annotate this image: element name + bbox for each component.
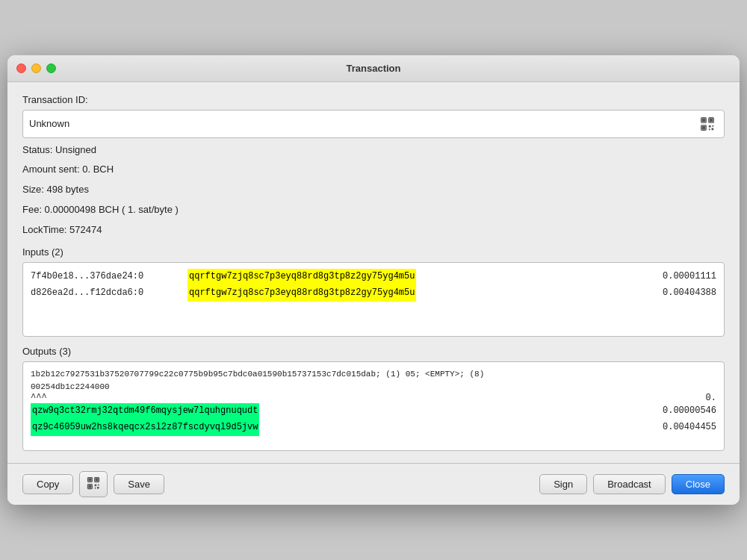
svg-rect-7	[712, 125, 713, 126]
output-raw-line1: 1b2b12c7927531b37520707799c22c0775b9b95c…	[31, 368, 716, 381]
status-line: Status: Unsigned	[22, 143, 725, 158]
svg-rect-6	[709, 125, 711, 127]
output-amount-0: 0.00000546	[649, 403, 716, 420]
inputs-title: Inputs (2)	[22, 246, 725, 258]
outputs-box: 1b2b12c7927531b37520707799c22c0775b9b95c…	[22, 361, 725, 451]
inputs-box: 7f4b0e18...376dae24:0 qqrftgw7zjq8sc7p3e…	[22, 262, 725, 337]
fee-line: Fee: 0.00000498 BCH ( 1. sat/byte )	[22, 202, 725, 218]
svg-rect-8	[709, 128, 710, 130]
svg-rect-5	[702, 125, 706, 129]
svg-rect-15	[89, 485, 92, 488]
size-line: Size: 498 bytes	[22, 182, 725, 198]
txid-qr-button[interactable]	[697, 113, 718, 134]
svg-rect-19	[97, 487, 99, 489]
svg-rect-18	[95, 488, 96, 489]
svg-rect-16	[95, 485, 97, 487]
txid-label: Transaction ID:	[22, 94, 725, 105]
output-dest-0: qzw9q3ct32rmj32qtdm49f6mqysjew7lquhgnuqu…	[31, 403, 259, 420]
qr-button[interactable]	[79, 471, 108, 497]
input-addr-0: 7f4b0e18...376dae24:0	[31, 269, 180, 285]
svg-rect-1	[702, 118, 706, 122]
broadcast-button[interactable]: Broadcast	[593, 474, 666, 494]
fullscreen-traffic-light[interactable]	[46, 63, 56, 73]
svg-rect-3	[710, 118, 713, 122]
output-row-0: qzw9q3ct32rmj32qtdm49f6mqysjew7lquhgnuqu…	[31, 403, 716, 420]
transaction-window: Transaction Transaction ID: Unknown	[7, 55, 740, 505]
input-dest-1: qqrftgw7zjq8sc7p3eyq88rd8g3tp8z2gy75yg4m…	[187, 285, 416, 302]
outputs-title: Outputs (3)	[22, 346, 725, 357]
svg-rect-13	[96, 479, 99, 482]
input-amount-0: 0.00001111	[649, 269, 716, 285]
content-area: Transaction ID: Unknown Status:	[7, 82, 740, 464]
output-amount-1: 0.00404455	[649, 420, 716, 436]
locktime-line: LockTime: 572474	[22, 223, 725, 238]
txid-row: Unknown	[22, 110, 725, 138]
svg-rect-11	[89, 479, 92, 482]
minimize-traffic-light[interactable]	[31, 63, 41, 73]
caret-row: ^^^ 0.	[31, 393, 716, 403]
sign-button[interactable]: Sign	[539, 474, 587, 494]
caret-amount: 0.	[649, 393, 716, 403]
txid-value: Unknown	[29, 118, 697, 129]
window-title: Transaction	[347, 63, 401, 74]
input-dest-0: qqrftgw7zjq8sc7p3eyq88rd8g3tp8z2gy75yg4m…	[187, 269, 416, 285]
output-raw-line2: 00254db1c2244000	[31, 381, 716, 393]
copy-button[interactable]: Copy	[22, 474, 73, 494]
input-amount-1: 0.00404388	[649, 285, 716, 302]
svg-rect-9	[712, 128, 714, 130]
caret-label: ^^^	[31, 393, 47, 403]
close-traffic-light[interactable]	[16, 63, 26, 73]
traffic-lights	[16, 63, 56, 73]
titlebar: Transaction	[7, 55, 740, 82]
output-dest-1: qz9c46059uw2hs8kqeqcx2sl2z87fscdyvql9d5j…	[31, 420, 259, 436]
svg-rect-17	[98, 485, 99, 486]
input-addr-1: d826ea2d...f12dcda6:0	[31, 285, 180, 302]
input-row-0: 7f4b0e18...376dae24:0 qqrftgw7zjq8sc7p3e…	[31, 269, 716, 285]
output-row-1: qz9c46059uw2hs8kqeqcx2sl2z87fscdyvql9d5j…	[31, 420, 716, 436]
save-button[interactable]: Save	[114, 474, 164, 494]
amount-line: Amount sent: 0. BCH	[22, 162, 725, 178]
input-row-1: d826ea2d...f12dcda6:0 qqrftgw7zjq8sc7p3e…	[31, 285, 716, 302]
close-button[interactable]: Close	[672, 474, 725, 494]
footer: Copy Save Sign Broadcast Close	[7, 463, 740, 505]
